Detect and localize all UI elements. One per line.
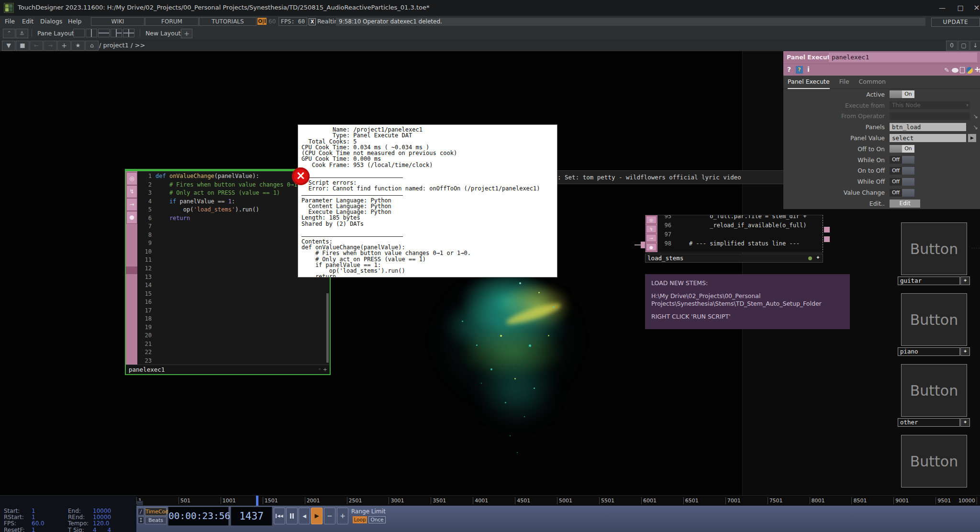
python-help-icon[interactable]: ? [796, 66, 803, 74]
beats-mode-button[interactable]: Beats [145, 517, 167, 524]
value-menu-arrow-icon[interactable]: ▶ [968, 134, 976, 142]
operator-picker-icon[interactable]: ↘ [973, 123, 978, 131]
lock-icon[interactable]: ● [126, 211, 137, 224]
stems-node-name[interactable]: load_stems [647, 255, 683, 262]
midi-io-indicator[interactable]: O|I [257, 18, 267, 25]
python-logo-icon[interactable] [966, 67, 973, 74]
param-toggle-while-off[interactable]: Off [890, 178, 914, 186]
param-toggle-off-to-on[interactable]: On [890, 145, 914, 153]
stem-button-name-guitar[interactable]: guitar [898, 277, 960, 285]
breadcrumb[interactable]: / project1 / >> [99, 42, 145, 49]
viewer-icon[interactable]: ◎ [646, 216, 657, 224]
layout-grid-icon[interactable] [123, 29, 134, 37]
flag-star-icon[interactable]: ✦ [960, 277, 970, 285]
close-button[interactable]: × [970, 3, 980, 12]
stem-button-other[interactable]: Button [901, 364, 967, 417]
slash-button[interactable]: / [138, 508, 144, 515]
input-connector[interactable] [641, 242, 645, 248]
operator-name-field[interactable]: panelexec1 [829, 53, 977, 62]
export-arrow-icon[interactable]: → [646, 234, 657, 242]
menu-file[interactable]: File [5, 17, 15, 25]
param-toggle-value-change[interactable]: Off [890, 189, 914, 197]
menu-edit[interactable]: Edit [22, 17, 33, 25]
play-reverse-button[interactable]: ◀ [299, 508, 310, 524]
menu-dialogs[interactable]: Dialogs [40, 17, 62, 25]
anchor-icon[interactable]: ⚓ [16, 29, 28, 38]
lock-icon[interactable]: ● [646, 243, 657, 251]
flag-star-icon[interactable]: ✦ [960, 418, 970, 427]
new-layout-add-button[interactable]: + [181, 29, 192, 38]
integer-frame-button[interactable]: I [138, 517, 144, 524]
param-field-panels[interactable]: btn_load [890, 123, 966, 131]
layout-single-icon[interactable] [73, 29, 85, 37]
forum-button[interactable]: FORUM [145, 17, 199, 26]
jump-to-start-button[interactable]: ◀◀ [274, 508, 285, 524]
flag-star-icon[interactable]: ✦ [816, 255, 820, 261]
home-icon[interactable]: ⌂ [85, 41, 99, 51]
add-icon[interactable]: + [57, 41, 71, 51]
maximize-pane-icon[interactable]: ▢ [958, 41, 969, 51]
menu-help[interactable]: Help [68, 17, 82, 25]
viewer-dot-icon[interactable]: ◦ [318, 366, 322, 373]
editor-scrollbar[interactable] [326, 293, 329, 363]
layout-split-vertical-icon[interactable] [86, 29, 97, 37]
param-field-panel-value[interactable]: select [890, 134, 966, 142]
output-connector[interactable] [824, 227, 830, 233]
wiki-button[interactable]: WIKI [91, 17, 145, 26]
param-toggle-active[interactable]: On [890, 90, 914, 98]
playhead[interactable] [256, 496, 258, 506]
step-back-button[interactable]: − [324, 508, 335, 524]
help-icon[interactable]: ? [787, 66, 791, 73]
tab-panel-execute[interactable]: Panel Execute [788, 76, 830, 89]
bookmark-star-icon[interactable]: ★ [71, 41, 85, 51]
param-toggle-on-to-off[interactable]: Off [890, 167, 914, 175]
stem-button-piano[interactable]: Button [901, 293, 967, 346]
param-button-edit[interactable]: Edit [890, 200, 920, 208]
stop-icon[interactable]: ■ [16, 41, 29, 51]
options-dots-icon[interactable]: ··· [137, 501, 143, 505]
step-forward-button[interactable]: + [337, 508, 348, 524]
pane-menu-icon[interactable]: ▼ [2, 41, 15, 51]
back-icon[interactable]: ← [30, 41, 43, 51]
loop-button[interactable]: Loop [353, 516, 367, 523]
timecode-mode-button[interactable]: TimeCode [145, 508, 167, 516]
operator-picker-icon[interactable]: ↘ [973, 112, 978, 120]
collapse-icon[interactable]: ⌃ [3, 29, 15, 38]
tutorials-button[interactable]: TUTORIALS [199, 17, 256, 26]
stem-button-guitar[interactable]: Button [901, 222, 967, 275]
param-toggle-while-on[interactable]: Off [890, 156, 914, 164]
comment-bubble-icon[interactable] [952, 68, 958, 73]
editor-node-name[interactable]: panelexec1 [129, 366, 165, 373]
output-connector[interactable] [824, 236, 830, 242]
cook-flash-icon[interactable]: ↯ [646, 225, 657, 233]
timeline-ruler[interactable]: 1501100115012001250130013501400145015001… [0, 495, 980, 506]
layout-split-horizontal-icon[interactable] [98, 29, 110, 37]
export-arrow-icon[interactable]: → [126, 198, 137, 211]
pause-button[interactable] [286, 508, 298, 524]
pencil-icon[interactable]: ✎ [944, 66, 949, 74]
play-forward-button[interactable]: ▶ [311, 508, 323, 524]
add-icon[interactable]: + [323, 366, 327, 373]
script-error-badge[interactable]: × [292, 167, 310, 185]
info-icon[interactable]: i [807, 66, 810, 73]
clipboard-icon[interactable] [960, 67, 965, 73]
stem-button-name-piano[interactable]: piano [898, 347, 960, 356]
stem-button-name-other[interactable]: other [898, 418, 960, 427]
maximize-button[interactable]: □ [954, 3, 967, 12]
depth-indicator[interactable]: 0 [946, 41, 958, 51]
once-button[interactable]: Once [368, 516, 386, 523]
tab-common[interactable]: Common [859, 76, 886, 88]
viewer-active-dot[interactable] [808, 256, 812, 260]
cook-flash-icon[interactable]: ↯ [126, 185, 137, 198]
param-dropdown-execute-from[interactable]: This Node▾ [890, 101, 970, 109]
drop-down-icon[interactable]: ↓ [970, 41, 980, 51]
tab-file[interactable]: File [839, 76, 849, 88]
realtime-checkbox[interactable]: X [309, 18, 316, 25]
forward-icon[interactable]: → [44, 41, 57, 51]
stem-button-row3[interactable]: Button [901, 435, 967, 488]
update-button[interactable]: UPDATE [931, 18, 980, 27]
viewer-icon[interactable]: ◎ [126, 172, 137, 185]
layout-three-pane-icon[interactable] [111, 29, 122, 37]
flag-star-icon[interactable]: ✦ [960, 347, 970, 356]
minimize-button[interactable]: — [936, 3, 948, 12]
